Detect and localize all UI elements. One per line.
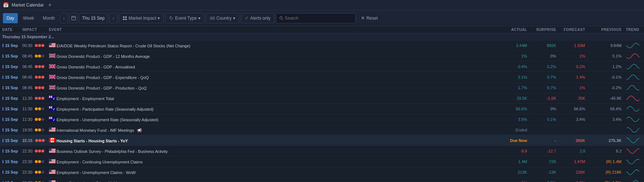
market-impact-filter[interactable]: Market Impact ▾: [119, 13, 164, 23]
table-row[interactable]: ℹ15 Sep 22:30 Employment - Unemployment …: [0, 167, 644, 178]
event-surprise: 0.7%: [529, 83, 558, 93]
event-title: Gross Domestic Product - GDP - Productio…: [57, 86, 147, 90]
table-row[interactable]: ℹ15 Sep 00:30 EIA/DOE Weekly Petroleum S…: [0, 40, 644, 51]
event-trend: [624, 40, 644, 51]
search-input[interactable]: [285, 16, 352, 21]
svg-rect-7: [125, 19, 127, 20]
next-date-button[interactable]: ›: [109, 13, 117, 23]
info-icon: ℹ: [2, 181, 4, 182]
event-trend: [624, 135, 644, 146]
market-impact-label: Market Impact: [129, 16, 156, 21]
sparkline: [626, 136, 642, 145]
event-previous: -0.2%: [587, 83, 624, 93]
event-time: 19:00: [22, 128, 32, 132]
event-date: ℹ15 Sep: [0, 114, 20, 125]
checkmark-icon: ✓: [245, 15, 249, 21]
impact-high: [35, 65, 44, 68]
event-forecast: 1%: [558, 51, 587, 62]
country-label: Country: [216, 16, 232, 21]
table-header-row: DATE IMPACT EVENT ACTUAL SURPRISE FORECA…: [0, 26, 644, 33]
event-previous: 5.1%: [587, 51, 624, 62]
flag-us: [49, 170, 56, 174]
reset-button[interactable]: ✕ Reset: [357, 13, 381, 23]
col-actual: ACTUAL: [497, 26, 529, 33]
table-row[interactable]: ℹ15 Sep 08:45 Gross Domestic Product - G…: [0, 83, 644, 93]
event-impact: 08:45: [20, 62, 46, 72]
event-name: Gross Domestic Product - GDP - Expenditu…: [47, 72, 497, 83]
svg-rect-54: [49, 152, 56, 153]
flag-ca: 🍁: [49, 138, 56, 142]
event-surprise: -1.5K: [529, 93, 558, 104]
alerts-only-button[interactable]: ✓ Alerts only: [241, 13, 274, 23]
svg-rect-16: [49, 45, 56, 46]
calendar-picker-button[interactable]: [69, 13, 77, 23]
event-surprise: -72K: [529, 157, 558, 167]
event-date: ℹ15 Sep: [0, 125, 20, 135]
events-table-container[interactable]: DATE IMPACT EVENT ACTUAL SURPRISE FORECA…: [0, 26, 644, 182]
svg-point-30: [53, 109, 54, 110]
table-row[interactable]: ℹ15 Sep 11:30 Employment - Unemployment …: [0, 114, 644, 125]
event-name: Gross Domestic Product - GDP - 12 Months…: [47, 51, 497, 62]
event-impact: 11:30: [20, 93, 46, 104]
event-actual: 2.1%: [497, 72, 529, 83]
country-filter[interactable]: Country ▾: [206, 13, 239, 23]
table-row[interactable]: ℹ15 Sep 08:45 Gross Domestic Product - G…: [0, 51, 644, 62]
event-previous: -0.1%: [587, 72, 624, 83]
flag-au: [49, 106, 56, 111]
event-impact: 11:30: [20, 114, 46, 125]
event-trend: [624, 104, 644, 114]
event-forecast: 35K: [558, 93, 587, 104]
event-forecast: 66.6%: [558, 104, 587, 114]
event-forecast: [558, 125, 587, 135]
event-time: 00:30: [22, 43, 32, 48]
svg-rect-41: [49, 130, 56, 131]
event-type-filter[interactable]: Event Type ▾: [165, 13, 204, 23]
col-previous: PREVIOUS: [587, 26, 624, 33]
market-impact-chevron: ▾: [158, 16, 160, 21]
event-actual: Ended: [497, 125, 529, 135]
event-trend: [624, 178, 644, 182]
table-row[interactable]: ℹ15 Sep 22:15 🍁 Housing Starts - Housing…: [0, 135, 644, 146]
flag-us: [49, 127, 56, 132]
new-tab-button[interactable]: +: [48, 2, 52, 8]
svg-rect-69: [49, 173, 56, 173]
svg-rect-68: [49, 172, 56, 172]
svg-point-31: [54, 108, 55, 109]
svg-rect-53: [49, 151, 56, 152]
event-type-chevron: ▾: [198, 16, 200, 21]
svg-rect-79: [49, 180, 52, 182]
table-row[interactable]: ℹ15 Sep 11:30 Employment - Participation…: [0, 104, 644, 114]
event-date: ℹ15 Sep: [0, 104, 20, 114]
table-row[interactable]: ℹ15 Sep 22:30 Import Prices - Import Pri…: [0, 178, 644, 182]
event-date: ℹ15 Sep: [0, 146, 20, 157]
table-row[interactable]: ℹ15 Sep 08:45 Gross Domestic Product - G…: [0, 62, 644, 72]
event-previous: (R) -1.5%: [587, 178, 624, 182]
info-icon: ℹ: [2, 75, 4, 79]
table-row[interactable]: ℹ15 Sep 22:30 Employment - Continuing Un…: [0, 157, 644, 167]
svg-rect-6: [123, 19, 125, 20]
event-title: Gross Domestic Product - GDP - 12 Months…: [57, 54, 150, 59]
event-date: ℹ15 Sep: [0, 83, 20, 93]
tab-month[interactable]: Month: [39, 13, 58, 23]
tab-day[interactable]: Day: [3, 13, 18, 23]
prev-date-button[interactable]: ‹: [60, 13, 68, 23]
impact-high: [35, 76, 44, 79]
sparkline: [626, 63, 642, 71]
table-row[interactable]: ℹ15 Sep 08:45 Gross Domestic Product - G…: [0, 72, 644, 83]
sparkline: [626, 73, 642, 81]
svg-line-11: [282, 19, 283, 20]
current-date-display: Thu 15 Sep: [79, 13, 108, 23]
svg-rect-19: [49, 43, 52, 46]
svg-rect-61: [49, 162, 56, 162]
event-date: ℹ15 Sep: [0, 157, 20, 167]
event-time: 22:30: [22, 159, 32, 164]
tab-week[interactable]: Week: [19, 13, 37, 23]
table-row[interactable]: ℹ15 Sep 19:00 International Monetary Fun…: [0, 125, 644, 135]
event-actual: 1.4M: [497, 157, 529, 167]
event-title: Employment - Employment Total: [57, 96, 114, 101]
event-time: 22:15: [22, 138, 32, 143]
table-row[interactable]: ℹ15 Sep 11:30 Employment - Employment To…: [0, 93, 644, 104]
impact-high: [35, 44, 44, 47]
table-row[interactable]: ℹ15 Sep 22:30 Business Outlook Survey - …: [0, 146, 644, 157]
search-icon: [279, 16, 283, 20]
